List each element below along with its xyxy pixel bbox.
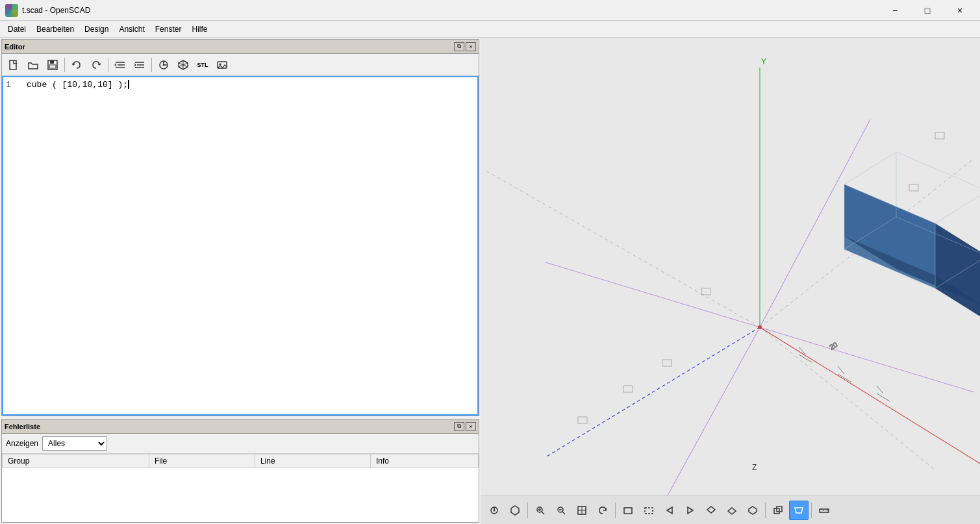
svg-rect-70 bbox=[624, 508, 632, 514]
svg-rect-71 bbox=[645, 508, 653, 514]
menu-hilfe[interactable]: Hilfe bbox=[186, 23, 212, 35]
vp-zoomin-btn[interactable] bbox=[531, 501, 550, 520]
indent-more-button[interactable] bbox=[131, 56, 149, 74]
error-panel-header: Fehlerliste ⧉ × bbox=[2, 419, 479, 434]
svg-point-11 bbox=[163, 64, 165, 66]
svg-text:Z: Z bbox=[752, 463, 757, 472]
filter-select[interactable]: Alles Fehler Warnung Info bbox=[42, 436, 107, 451]
window-controls: − □ × bbox=[880, 1, 975, 20]
cursor bbox=[128, 80, 129, 89]
vp-sep-4 bbox=[811, 503, 812, 518]
main-layout: Editor ⧉ × bbox=[0, 38, 980, 524]
svg-marker-72 bbox=[667, 507, 672, 514]
svg-point-55 bbox=[758, 325, 762, 329]
viewport-canvas[interactable]: 20 Z X Y bbox=[481, 38, 980, 495]
error-panel: Fehlerliste ⧉ × Anzeigen Alles Fehler Wa… bbox=[1, 419, 479, 523]
vp-view-right[interactable] bbox=[681, 501, 700, 520]
undo-button[interactable] bbox=[68, 56, 86, 74]
editor-toolbar: STL bbox=[2, 54, 479, 76]
error-close-button[interactable]: × bbox=[466, 422, 476, 431]
svg-rect-2 bbox=[50, 60, 54, 64]
editor-panel-header: Editor ⧉ × bbox=[2, 40, 479, 54]
app-icon bbox=[5, 4, 18, 17]
viewport[interactable]: 20 Z X Y bbox=[481, 38, 980, 524]
code-line-1: 1 cube ( [10,10,10] ); bbox=[6, 80, 475, 90]
vp-ruler-btn[interactable] bbox=[814, 501, 834, 520]
vp-preview-btn[interactable] bbox=[484, 501, 504, 520]
vp-view-back[interactable] bbox=[639, 501, 659, 520]
svg-marker-74 bbox=[707, 506, 715, 513]
vp-view-ortho[interactable] bbox=[768, 501, 788, 520]
editor-panel: Editor ⧉ × bbox=[1, 39, 479, 416]
preview-button[interactable] bbox=[155, 56, 173, 74]
vp-view-bottom[interactable] bbox=[722, 501, 742, 520]
menu-bar: Datei Bearbeiten Design Ansicht Fenster … bbox=[0, 21, 980, 38]
new-file-button[interactable] bbox=[5, 56, 23, 74]
svg-line-65 bbox=[562, 512, 565, 514]
code-editor[interactable]: 1 cube ( [10,10,10] ); bbox=[2, 76, 479, 416]
menu-bearbeiten[interactable]: Bearbeiten bbox=[31, 23, 79, 35]
vp-view-front[interactable] bbox=[618, 501, 638, 520]
col-line: Line bbox=[255, 455, 370, 468]
error-restore-button[interactable]: ⧉ bbox=[454, 422, 464, 431]
minimize-button[interactable]: − bbox=[880, 1, 910, 20]
vp-render-btn[interactable] bbox=[505, 501, 525, 520]
filter-row: Anzeigen Alles Fehler Warnung Info bbox=[2, 434, 479, 454]
title-bar: t.scad - OpenSCAD − □ × bbox=[0, 0, 980, 21]
render3d-button[interactable] bbox=[174, 56, 192, 74]
svg-rect-3 bbox=[49, 65, 56, 68]
vp-sep-1 bbox=[527, 503, 528, 518]
save-file-button[interactable] bbox=[44, 56, 62, 74]
export-stl-button[interactable]: STL bbox=[194, 56, 212, 74]
toolbar-sep-3 bbox=[151, 58, 152, 72]
close-button[interactable]: × bbox=[945, 1, 975, 20]
editor-title: Editor bbox=[5, 43, 25, 51]
svg-rect-0 bbox=[10, 60, 16, 69]
col-info: Info bbox=[370, 455, 478, 468]
editor-header-controls: ⧉ × bbox=[454, 42, 476, 51]
error-table: Group File Line Info bbox=[2, 454, 479, 522]
svg-marker-75 bbox=[728, 508, 736, 514]
col-group: Group bbox=[3, 455, 149, 468]
svg-marker-73 bbox=[688, 507, 693, 514]
export-img-button[interactable] bbox=[213, 56, 231, 74]
vp-view-left[interactable] bbox=[660, 501, 679, 520]
editor-close-button[interactable]: × bbox=[466, 42, 476, 51]
svg-line-61 bbox=[542, 512, 544, 514]
menu-design[interactable]: Design bbox=[79, 23, 114, 35]
indent-less-button[interactable] bbox=[111, 56, 129, 74]
col-file: File bbox=[149, 455, 255, 468]
vp-view-top[interactable] bbox=[701, 501, 721, 520]
svg-text:Y: Y bbox=[761, 57, 766, 66]
errors-table: Group File Line Info bbox=[2, 454, 479, 468]
menu-ansicht[interactable]: Ansicht bbox=[114, 23, 149, 35]
window-title: t.scad - OpenSCAD bbox=[22, 6, 880, 15]
svg-marker-76 bbox=[749, 506, 757, 514]
filter-label: Anzeigen bbox=[6, 439, 38, 448]
vp-view-diagonal[interactable] bbox=[743, 501, 762, 520]
scene-svg: 20 Z X Y bbox=[481, 38, 980, 495]
line-number: 1 bbox=[6, 80, 19, 90]
menu-datei[interactable]: Datei bbox=[3, 23, 31, 35]
vp-reset-btn[interactable] bbox=[593, 501, 612, 520]
vp-zoomout-btn[interactable] bbox=[551, 501, 571, 520]
svg-point-17 bbox=[220, 63, 221, 65]
vp-sep-3 bbox=[765, 503, 766, 518]
error-panel-title: Fehlerliste bbox=[5, 423, 40, 430]
open-file-button[interactable] bbox=[24, 56, 42, 74]
maximize-button[interactable]: □ bbox=[912, 1, 942, 20]
svg-marker-59 bbox=[511, 506, 519, 515]
redo-button[interactable] bbox=[87, 56, 105, 74]
code-content: cube ( [10,10,10] ); bbox=[27, 80, 128, 90]
toolbar-sep-1 bbox=[64, 58, 65, 72]
vp-zoomfit-btn[interactable] bbox=[572, 501, 592, 520]
viewport-toolbar bbox=[481, 495, 980, 524]
error-header-controls: ⧉ × bbox=[454, 422, 476, 431]
toolbar-sep-2 bbox=[108, 58, 108, 72]
menu-fenster[interactable]: Fenster bbox=[150, 23, 187, 35]
vp-view-persp[interactable] bbox=[789, 501, 809, 520]
left-panel: Editor ⧉ × bbox=[0, 38, 481, 524]
vp-sep-2 bbox=[615, 503, 616, 518]
editor-restore-button[interactable]: ⧉ bbox=[454, 42, 464, 51]
